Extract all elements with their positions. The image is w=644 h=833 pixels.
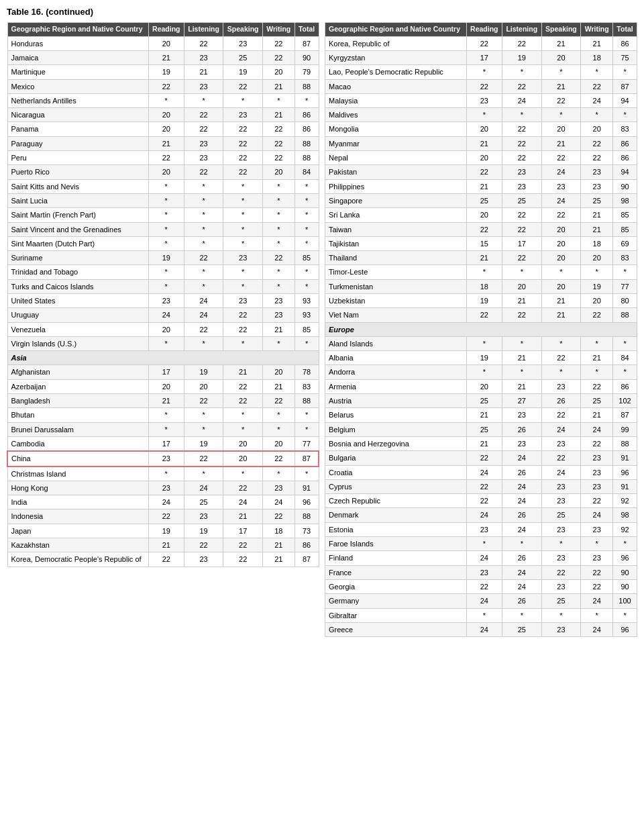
total-score: 86	[613, 36, 637, 50]
speaking-score: 22	[223, 538, 263, 552]
left-header-total: Total	[294, 23, 319, 37]
country-name: Saint Kitts and Nevis	[7, 179, 148, 193]
total-score: 94	[613, 165, 637, 179]
country-name: Turkmenistan	[325, 279, 467, 293]
reading-score: *	[148, 236, 184, 250]
speaking-score: 24	[541, 465, 581, 479]
writing-score: 22	[581, 579, 613, 593]
table-row: Myanmar 21 22 21 22 86	[325, 136, 637, 150]
table-row: Netherlands Antilles * * * * *	[7, 93, 319, 107]
country-name: Myanmar	[325, 136, 467, 150]
total-score: 69	[613, 236, 637, 250]
speaking-score: 22	[541, 408, 581, 422]
country-name: Croatia	[325, 465, 467, 479]
writing-score: 23	[581, 479, 613, 493]
listening-score: 22	[184, 122, 223, 136]
listening-score: 24	[502, 451, 541, 465]
left-header-speaking: Speaking	[223, 23, 263, 37]
total-score: *	[613, 65, 637, 79]
country-name: Armenia	[325, 379, 467, 393]
speaking-score: 25	[223, 50, 263, 64]
country-name: Sri Lanka	[325, 208, 467, 222]
listening-score: 22	[184, 322, 223, 336]
reading-score: *	[466, 108, 502, 122]
reading-score: 21	[466, 436, 502, 450]
reading-score: 19	[148, 251, 184, 265]
reading-score: 20	[148, 322, 184, 336]
table-row: Belgium 25 26 24 24 99	[325, 422, 637, 436]
left-table: Geographic Region and Native Country Rea…	[7, 22, 319, 567]
speaking-score: *	[223, 222, 263, 236]
table-row: Aland Islands * * * * *	[325, 336, 637, 350]
table-row: Pakistan 22 23 24 23 94	[325, 165, 637, 179]
listening-score: 26	[502, 594, 541, 608]
reading-score: 20	[148, 36, 184, 50]
total-score: *	[613, 265, 637, 279]
writing-score: 22	[581, 565, 613, 579]
total-score: *	[294, 467, 319, 481]
country-name: Macao	[325, 79, 467, 93]
listening-score: 25	[502, 622, 541, 636]
country-name: Aland Islands	[325, 336, 467, 350]
speaking-score: 21	[541, 79, 581, 93]
total-score: 85	[613, 208, 637, 222]
table-row: France 23 24 22 22 90	[325, 565, 637, 579]
writing-score: 25	[581, 193, 613, 207]
reading-score: 19	[148, 524, 184, 538]
right-header-reading: Reading	[466, 23, 502, 37]
reading-score: 24	[466, 622, 502, 636]
country-name: Nepal	[325, 151, 467, 165]
listening-score: 23	[502, 179, 541, 193]
total-score: *	[613, 108, 637, 122]
listening-score: 23	[502, 165, 541, 179]
country-name: Estonia	[325, 522, 467, 536]
speaking-score: 22	[541, 451, 581, 465]
listening-score: 19	[184, 524, 223, 538]
writing-score: *	[581, 108, 613, 122]
speaking-score: *	[223, 265, 263, 279]
total-score: 90	[613, 565, 637, 579]
listening-score: *	[502, 336, 541, 350]
table-row: Kyrgyzstan 17 19 20 18 75	[325, 50, 637, 64]
country-name: Hong Kong	[7, 481, 148, 495]
reading-score: 21	[466, 179, 502, 193]
table-row: Bangladesh 21 22 22 22 88	[7, 394, 319, 408]
listening-score: 26	[502, 465, 541, 479]
total-score: *	[294, 265, 319, 279]
left-header-country: Geographic Region and Native Country	[7, 23, 148, 37]
country-name: Bhutan	[7, 408, 148, 422]
listening-score: 22	[184, 538, 223, 552]
total-score: 92	[613, 494, 637, 508]
reading-score: 22	[148, 79, 184, 93]
reading-score: 22	[466, 79, 502, 93]
country-name: Timor-Leste	[325, 265, 467, 279]
table-row: Indonesia 22 23 21 22 88	[7, 509, 319, 524]
reading-score: 22	[466, 222, 502, 236]
speaking-score: 22	[541, 93, 581, 107]
reading-score: 22	[148, 151, 184, 165]
table-row: Paraguay 21 23 22 22 88	[7, 136, 319, 150]
total-score: *	[294, 193, 319, 207]
total-score: *	[613, 537, 637, 551]
table-row: Saint Kitts and Nevis * * * * *	[7, 179, 319, 193]
table-row: United States 23 24 23 23 93	[7, 293, 319, 307]
right-header-country: Geographic Region and Native Country	[325, 23, 467, 37]
country-name: Saint Lucia	[7, 193, 148, 207]
listening-score: *	[184, 422, 223, 436]
listening-score: *	[502, 608, 541, 622]
table-row: Saint Lucia * * * * *	[7, 193, 319, 207]
table-row: Japan 19 19 17 18 73	[7, 524, 319, 538]
speaking-score: 20	[541, 251, 581, 265]
reading-score: 22	[466, 494, 502, 508]
writing-score: 22	[262, 451, 294, 466]
total-score: *	[613, 608, 637, 622]
country-name: France	[325, 565, 467, 579]
speaking-score: *	[223, 408, 263, 422]
speaking-score: 22	[223, 394, 263, 408]
total-score: *	[294, 422, 319, 436]
country-name: Netherlands Antilles	[7, 93, 148, 107]
writing-score: *	[262, 265, 294, 279]
speaking-score: 22	[223, 165, 263, 179]
tables-wrapper: Geographic Region and Native Country Rea…	[7, 22, 637, 637]
listening-score: 21	[502, 293, 541, 307]
